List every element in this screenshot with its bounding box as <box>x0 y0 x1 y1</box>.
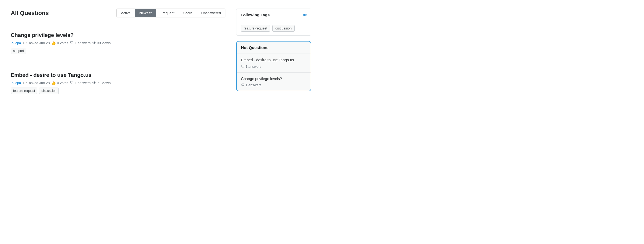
comment-icon: 🗨 <box>70 81 74 85</box>
reputation-badge: 1 <box>23 81 24 85</box>
asked-date: asked Jun 28 <box>29 41 50 45</box>
views-count: 👁 71 views <box>92 81 111 85</box>
filter-tab-newest[interactable]: Newest <box>135 9 156 17</box>
question-tags: feature-requestdiscussion <box>11 88 225 94</box>
hot-questions-list: Embed - desire to use Tango.us 🗨 1 answe… <box>237 54 311 91</box>
filter-tab-active[interactable]: Active <box>117 9 135 17</box>
filter-tab-unanswered[interactable]: Unanswered <box>197 9 225 17</box>
following-tags-body: feature-requestdiscussion <box>236 21 311 35</box>
meta-dot: • <box>26 81 28 85</box>
tag[interactable]: feature-request <box>11 88 37 94</box>
question-title: Embed - desire to use Tango.us <box>11 72 225 78</box>
following-tags-title: Following Tags <box>241 13 270 17</box>
tag[interactable]: discussion <box>39 88 59 94</box>
question-meta: jo_cpa 1 • asked Jun 28 👍 0 votes 🗨 1 an… <box>11 41 225 45</box>
hot-question-comment-icon: 🗨 <box>241 65 244 69</box>
question-title: Change privilege levels? <box>11 32 225 39</box>
hot-question-meta: 🗨 1 answers <box>241 65 306 69</box>
votes-count: 👍 0 votes <box>51 81 68 85</box>
question-item: Embed - desire to use Tango.us jo_cpa 1 … <box>11 67 225 98</box>
question-author[interactable]: jo_cpa <box>11 81 21 85</box>
hot-questions-card: Hot Questions Embed - desire to use Tang… <box>236 41 311 91</box>
hot-question-item: Embed - desire to use Tango.us 🗨 1 answe… <box>237 54 311 73</box>
filter-tabs: ActiveNewestFrequentScoreUnanswered <box>116 9 225 17</box>
hot-question-title[interactable]: Embed - desire to use Tango.us <box>241 58 306 63</box>
hot-question-answers: 1 answers <box>246 83 261 87</box>
following-tags-list: feature-requestdiscussion <box>241 25 307 32</box>
votes-count: 👍 0 votes <box>51 41 68 45</box>
edit-tags-link[interactable]: Edit <box>301 13 307 17</box>
hot-question-comment-icon: 🗨 <box>241 83 244 87</box>
following-tag[interactable]: discussion <box>272 25 295 32</box>
tag[interactable]: support <box>11 48 26 54</box>
reputation-badge: 1 <box>23 41 24 45</box>
eye-icon: 👁 <box>92 41 96 45</box>
header-divider <box>11 23 225 23</box>
question-tags: support <box>11 48 225 54</box>
hot-questions-title: Hot Questions <box>241 45 269 50</box>
eye-icon: 👁 <box>92 81 96 85</box>
hot-question-meta: 🗨 1 answers <box>241 83 306 87</box>
following-tags-card: Following Tags Edit feature-requestdiscu… <box>236 9 311 36</box>
question-divider <box>11 63 225 63</box>
question-meta: jo_cpa 1 • asked Jun 28 👍 0 votes 🗨 1 an… <box>11 81 225 85</box>
main-content: All Questions ActiveNewestFrequentScoreU… <box>11 9 225 98</box>
hot-question-item: Change privilege levels? 🗨 1 answers <box>237 73 311 91</box>
comment-icon: 🗨 <box>70 41 74 45</box>
following-tags-header: Following Tags Edit <box>236 9 311 21</box>
views-count: 👁 33 views <box>92 41 111 45</box>
following-tag[interactable]: feature-request <box>241 25 270 32</box>
hot-question-answers: 1 answers <box>246 65 261 69</box>
thumbs-up-icon: 👍 <box>51 81 56 85</box>
answers-count: 🗨 1 answers <box>70 41 90 45</box>
meta-dot: • <box>26 41 28 45</box>
sidebar: Following Tags Edit feature-requestdiscu… <box>236 9 311 98</box>
thumbs-up-icon: 👍 <box>51 41 56 45</box>
asked-date: asked Jun 28 <box>29 81 50 85</box>
hot-questions-header: Hot Questions <box>237 42 311 54</box>
answers-count: 🗨 1 answers <box>70 81 90 85</box>
questions-list: Change privilege levels? jo_cpa 1 • aske… <box>11 27 225 98</box>
hot-question-title[interactable]: Change privilege levels? <box>241 76 306 82</box>
filter-tab-score[interactable]: Score <box>179 9 197 17</box>
main-header: All Questions ActiveNewestFrequentScoreU… <box>11 9 225 17</box>
question-item: Change privilege levels? jo_cpa 1 • aske… <box>11 27 225 58</box>
page-title: All Questions <box>11 10 49 17</box>
filter-tab-frequent[interactable]: Frequent <box>156 9 179 17</box>
question-author[interactable]: jo_cpa <box>11 41 21 45</box>
